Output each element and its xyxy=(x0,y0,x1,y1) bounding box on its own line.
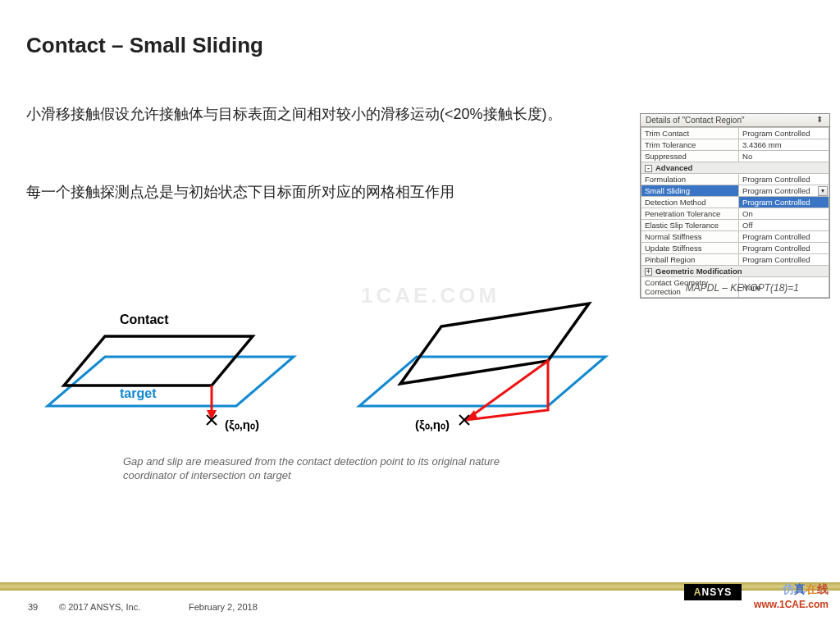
property-value[interactable]: 3.4366 mm xyxy=(739,139,829,151)
diagram-caption: Gap and slip are measured from the conta… xyxy=(123,455,550,483)
toggle-icon[interactable]: - xyxy=(645,165,652,172)
page-title: Contact – Small Sliding xyxy=(26,33,263,58)
pin-icon[interactable]: ⬍ xyxy=(816,115,826,125)
site-brand-url: www.1CAE.com xyxy=(754,599,829,610)
coord-left: (ξ₀,η₀) xyxy=(225,417,259,431)
details-table: Trim ContactProgram ControlledTrim Toler… xyxy=(641,127,829,298)
property-value[interactable]: Program Controlled xyxy=(739,197,829,208)
target-label: target xyxy=(120,386,157,400)
property-value[interactable]: Program Controlled xyxy=(739,254,829,266)
mapdl-caption: MAPDL – KEYOPT(18)=1 xyxy=(686,282,799,294)
property-value[interactable]: On xyxy=(739,208,829,220)
property-value[interactable]: Program Controlled▾ xyxy=(739,185,829,197)
svg-marker-0 xyxy=(48,357,294,406)
property-label: Trim Contact xyxy=(641,128,739,139)
property-value[interactable]: Off xyxy=(739,220,829,231)
details-row[interactable]: Normal StiffnessProgram Controlled xyxy=(641,231,829,243)
site-brand-cn: 仿真在线 xyxy=(783,582,829,597)
details-row[interactable]: Detection MethodProgram Controlled xyxy=(641,197,829,208)
details-row[interactable]: Pinball RegionProgram Controlled xyxy=(641,254,829,266)
property-label: Formulation xyxy=(641,174,739,185)
diagram: Contact target (ξ₀,η₀) (ξ₀,η₀) xyxy=(23,279,630,451)
section-label: Geometric Modification xyxy=(655,267,742,276)
paragraph-2: 每一个接触探测点总是与初始状态下目标面所对应的网格相互作用 xyxy=(26,180,627,204)
details-header: Details of "Contact Region" ⬍ xyxy=(641,114,829,127)
property-value[interactable]: Program Controlled xyxy=(739,231,829,243)
property-label: Detection Method xyxy=(641,197,739,208)
footer-copyright: © 2017 ANSYS, Inc. xyxy=(59,602,140,612)
coord-right: (ξ₀,η₀) xyxy=(415,417,450,431)
details-row[interactable]: SuppressedNo xyxy=(641,151,829,162)
details-row[interactable]: -Advanced xyxy=(641,162,829,174)
details-row[interactable]: FormulationProgram Controlled xyxy=(641,174,829,185)
property-value[interactable]: Program Controlled xyxy=(739,174,829,185)
details-row[interactable]: Trim Tolerance3.4366 mm xyxy=(641,139,829,151)
section-label: Advanced xyxy=(655,163,692,172)
footer: 39 © 2017 ANSYS, Inc. February 2, 2018 A… xyxy=(0,582,840,625)
svg-marker-3 xyxy=(207,410,217,420)
toggle-icon[interactable]: + xyxy=(645,268,652,276)
property-label: Normal Stiffness xyxy=(641,231,739,243)
property-value[interactable]: No xyxy=(739,151,829,162)
details-row[interactable]: Penetration ToleranceOn xyxy=(641,208,829,220)
footer-page: 39 xyxy=(28,602,38,612)
property-label: Elastic Slip Tolerance xyxy=(641,220,739,231)
property-label: Pinball Region xyxy=(641,254,739,266)
property-value[interactable]: Program Controlled xyxy=(739,243,829,254)
svg-marker-6 xyxy=(359,357,605,406)
details-row[interactable]: Trim ContactProgram Controlled xyxy=(641,128,829,139)
details-row[interactable]: Small SlidingProgram Controlled▾ xyxy=(641,185,829,197)
property-value[interactable]: Program Controlled xyxy=(739,128,829,139)
details-row[interactable]: +Geometric Modification xyxy=(641,266,829,277)
details-header-text: Details of "Contact Region" xyxy=(646,116,745,125)
property-label: Update Stiffness xyxy=(641,243,739,254)
details-panel: Details of "Contact Region" ⬍ Trim Conta… xyxy=(640,113,830,299)
property-label: Small Sliding xyxy=(641,185,739,197)
details-row[interactable]: Update StiffnessProgram Controlled xyxy=(641,243,829,254)
property-label: Trim Tolerance xyxy=(641,139,739,151)
footer-date: February 2, 2018 xyxy=(189,602,258,612)
details-row[interactable]: Elastic Slip ToleranceOff xyxy=(641,220,829,231)
dropdown-arrow-icon[interactable]: ▾ xyxy=(818,186,828,196)
property-label: Suppressed xyxy=(641,151,739,162)
contact-label: Contact xyxy=(120,312,169,326)
paragraph-1: 小滑移接触假设允许接触体与目标表面之间相对较小的滑移运动(<20%接触长度)。 xyxy=(26,103,627,126)
svg-marker-1 xyxy=(64,336,253,385)
svg-marker-7 xyxy=(400,303,589,384)
svg-marker-8 xyxy=(466,361,548,420)
ansys-logo: ANSYS xyxy=(684,584,742,600)
property-label: Penetration Tolerance xyxy=(641,208,739,220)
